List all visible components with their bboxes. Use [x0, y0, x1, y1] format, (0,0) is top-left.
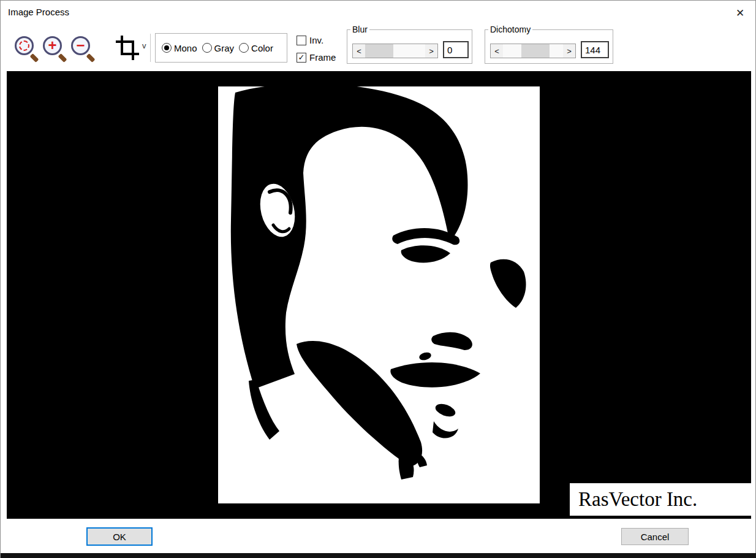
watermark-label: RasVector Inc. [570, 483, 751, 516]
scroll-left-arrow-icon[interactable]: < [491, 44, 503, 58]
crop-icon [115, 34, 139, 60]
ok-button[interactable]: OK [86, 527, 153, 546]
blur-scroll-thumb[interactable] [365, 44, 393, 58]
zoom-marquee-icon [15, 36, 34, 55]
radio-color-label: Color [251, 43, 273, 53]
scroll-left-arrow-icon[interactable]: < [353, 44, 365, 58]
zoom-in-button[interactable]: + [41, 35, 68, 62]
image-canvas[interactable]: RasVector Inc. [7, 71, 751, 519]
blur-group-label: Blur [350, 25, 369, 34]
preview-image [218, 86, 540, 503]
magnifier-handle-icon [58, 53, 67, 63]
window-title: Image Process [8, 7, 69, 17]
magnifier-handle-icon [86, 53, 96, 63]
blur-scrollbar[interactable]: < > [352, 44, 438, 58]
dichotomy-group: Dichotomy < > [485, 29, 613, 64]
toolbar-divider [150, 34, 151, 62]
radio-gray[interactable]: Gray [202, 43, 235, 53]
crop-button[interactable] [113, 34, 140, 62]
zoom-select-button[interactable] [13, 35, 40, 62]
checkbox-frame[interactable]: Frame [297, 52, 336, 63]
zoom-in-icon: + [43, 36, 62, 55]
radio-gray-label: Gray [214, 43, 235, 53]
close-button[interactable]: ✕ [731, 4, 749, 21]
blur-group: Blur < > [347, 29, 472, 64]
dichotomy-group-label: Dichotomy [488, 25, 532, 34]
portrait-graphic [218, 86, 540, 503]
blur-scroll-track[interactable] [365, 44, 425, 58]
checkbox-inv[interactable]: Inv. [297, 35, 323, 45]
zoom-out-icon: − [71, 36, 90, 55]
scroll-right-arrow-icon[interactable]: > [563, 44, 575, 58]
radio-circle-icon [239, 43, 249, 53]
color-mode-group: Mono Gray Color [155, 33, 287, 63]
dichotomy-scroll-thumb[interactable] [521, 44, 550, 58]
screen-edge-strip [1, 553, 756, 558]
radio-mono[interactable]: Mono [162, 43, 197, 53]
zoom-out-button[interactable]: − [69, 35, 96, 62]
dichotomy-scroll-track[interactable] [503, 44, 563, 58]
checkbox-inv-label: Inv. [309, 35, 323, 45]
radio-circle-icon [202, 43, 212, 53]
dichotomy-value-input[interactable] [581, 41, 609, 58]
checkbox-icon [297, 53, 306, 63]
close-icon: ✕ [736, 7, 744, 20]
radio-circle-icon [162, 43, 172, 53]
magnifier-handle-icon [30, 53, 39, 63]
blur-value-input[interactable] [443, 41, 469, 58]
dichotomy-scrollbar[interactable]: < > [490, 44, 576, 58]
image-process-dialog: Image Process ✕ + − v Mono Gray [0, 0, 756, 558]
cancel-button[interactable]: Cancel [621, 528, 689, 545]
title-bar: Image Process ✕ [1, 1, 755, 25]
checkbox-icon [297, 36, 306, 45]
scroll-right-arrow-icon[interactable]: > [425, 44, 437, 58]
crop-dropdown[interactable]: v [142, 41, 146, 50]
checkbox-frame-label: Frame [309, 52, 336, 63]
radio-mono-label: Mono [174, 43, 197, 53]
radio-color[interactable]: Color [239, 43, 273, 53]
